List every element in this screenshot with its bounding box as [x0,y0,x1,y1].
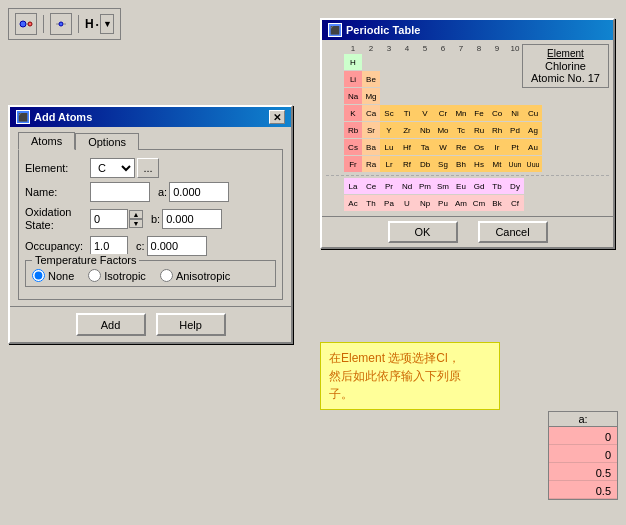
element-La[interactable]: La [344,178,362,194]
element-select[interactable]: C H N O Cl [90,158,135,178]
element-Th[interactable]: Th [362,195,380,211]
element-Uun[interactable]: Uun [506,156,524,172]
element-Sm[interactable]: Sm [434,178,452,194]
periodic-cancel-btn[interactable]: Cancel [478,221,548,243]
a-input[interactable] [169,182,229,202]
element-Uuu[interactable]: Uuu [524,156,542,172]
element-Sr[interactable]: Sr [362,122,380,138]
element-Ni[interactable]: Ni [506,105,524,121]
element-Hs[interactable]: Hs [470,156,488,172]
add-atoms-content: Atoms Options Element: C H N O Cl ... Na… [10,127,291,306]
occupancy-input[interactable] [90,236,128,256]
help-btn[interactable]: Help [156,313,226,336]
element-Bk[interactable]: Bk [488,195,506,211]
radio-isotropic[interactable]: Isotropic [88,269,146,282]
spin-up-btn[interactable]: ▲ [129,210,143,219]
element-W[interactable]: W [434,139,452,155]
element-Cf[interactable]: Cf [506,195,524,211]
toolbar-dropdown[interactable]: ▼ [100,14,114,34]
element-Pm[interactable]: Pm [416,178,434,194]
add-btn[interactable]: Add [76,313,146,336]
element-Pu[interactable]: Pu [434,195,452,211]
element-Sg[interactable]: Sg [434,156,452,172]
a-label: a: [158,186,167,198]
element-Lr[interactable]: Lr [380,156,398,172]
element-Ba[interactable]: Ba [362,139,380,155]
element-Na[interactable]: Na [344,88,362,104]
element-Fr[interactable]: Fr [344,156,362,172]
b-input[interactable] [162,209,222,229]
element-Np[interactable]: Np [416,195,434,211]
element-Pt[interactable]: Pt [506,139,524,155]
element-V[interactable]: V [416,105,434,121]
name-input[interactable] [90,182,150,202]
h-label: H [85,17,94,31]
element-Cr[interactable]: Cr [434,105,452,121]
element-Dy[interactable]: Dy [506,178,524,194]
element-Nd[interactable]: Nd [398,178,416,194]
element-Ir[interactable]: Ir [488,139,506,155]
radio-anisotropic-input[interactable] [160,269,173,282]
element-Os[interactable]: Os [470,139,488,155]
element-Tb[interactable]: Tb [488,178,506,194]
actinide-row: Ac Th Pa U Np Pu Am Cm Bk Cf [326,195,609,211]
oxidation-input[interactable] [90,209,128,229]
element-Ti[interactable]: Ti [398,105,416,121]
radio-anisotropic-label: Anisotropic [176,270,230,282]
radio-anisotropic[interactable]: Anisotropic [160,269,230,282]
element-browse-btn[interactable]: ... [137,158,159,178]
element-Pr[interactable]: Pr [380,178,398,194]
element-Co[interactable]: Co [488,105,506,121]
element-Rb[interactable]: Rb [344,122,362,138]
element-Y[interactable]: Y [380,122,398,138]
element-Nb[interactable]: Nb [416,122,434,138]
radio-isotropic-input[interactable] [88,269,101,282]
element-Cs[interactable]: Cs [344,139,362,155]
periodic-ok-btn[interactable]: OK [388,221,458,243]
add-atoms-close-btn[interactable]: ✕ [269,110,285,124]
element-Mo[interactable]: Mo [434,122,452,138]
element-Sc[interactable]: Sc [380,105,398,121]
tab-options[interactable]: Options [75,133,139,150]
element-Re[interactable]: Re [452,139,470,155]
element-K[interactable]: K [344,105,362,121]
element-Gd[interactable]: Gd [470,178,488,194]
element-Au[interactable]: Au [524,139,542,155]
element-Rf[interactable]: Rf [398,156,416,172]
element-Ra[interactable]: Ra [362,156,380,172]
element-Ce[interactable]: Ce [362,178,380,194]
element-Pd[interactable]: Pd [506,122,524,138]
element-Lu[interactable]: Lu [380,139,398,155]
element-Eu[interactable]: Eu [452,178,470,194]
element-Bh[interactable]: Bh [452,156,470,172]
element-Li[interactable]: Li [344,71,362,87]
element-Ru[interactable]: Ru [470,122,488,138]
element-Cu[interactable]: Cu [524,105,542,121]
element-H[interactable]: H [344,54,362,70]
toolbar-btn-2[interactable] [50,13,72,35]
element-Am[interactable]: Am [452,195,470,211]
element-Mg[interactable]: Mg [362,88,380,104]
element-Be[interactable]: Be [362,71,380,87]
radio-none[interactable]: None [32,269,74,282]
element-Rh[interactable]: Rh [488,122,506,138]
spin-down-btn[interactable]: ▼ [129,219,143,228]
tab-atoms[interactable]: Atoms [18,132,75,150]
element-Mn[interactable]: Mn [452,105,470,121]
element-Zr[interactable]: Zr [398,122,416,138]
element-Mt[interactable]: Mt [488,156,506,172]
element-Ag[interactable]: Ag [524,122,542,138]
element-Ac[interactable]: Ac [344,195,362,211]
element-Pa[interactable]: Pa [380,195,398,211]
c-input[interactable] [147,236,207,256]
toolbar-btn-1[interactable] [15,13,37,35]
element-Ca[interactable]: Ca [362,105,380,121]
element-U[interactable]: U [398,195,416,211]
element-Hf[interactable]: Hf [398,139,416,155]
element-Tc[interactable]: Tc [452,122,470,138]
element-Ta[interactable]: Ta [416,139,434,155]
element-Cm[interactable]: Cm [470,195,488,211]
element-Fe[interactable]: Fe [470,105,488,121]
radio-none-input[interactable] [32,269,45,282]
element-Db[interactable]: Db [416,156,434,172]
